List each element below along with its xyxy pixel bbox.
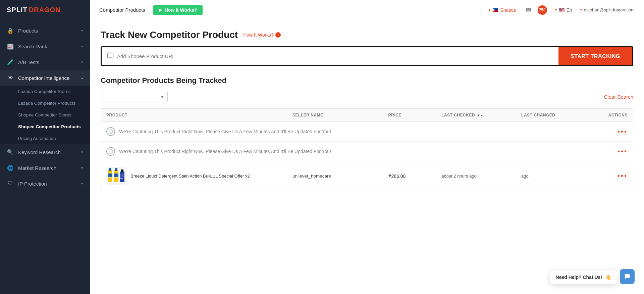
sidebar-item-label: A/B Tests — [18, 59, 77, 65]
platform-flag: 🇵🇭 — [492, 7, 498, 13]
clear-search-button[interactable]: Clear Search — [604, 94, 633, 100]
chat-emoji: 👋 — [605, 275, 611, 280]
price-cell: ₱286.00 — [383, 161, 436, 191]
last-changed-cell: ago — [516, 161, 580, 191]
pending-message: We're Capturing This Product Right Now. … — [119, 149, 331, 154]
caret-icon: ▾ — [489, 8, 490, 12]
sidebar-item-shopee-competitor-stores[interactable]: Shopee Competitor Stores — [0, 109, 90, 121]
sidebar-item-lazada-competitor-stores[interactable]: Lazada Competitor Stores — [0, 86, 90, 97]
sidebar-item-keyword-research[interactable]: 🔍 Keyword Research ▾ — [0, 144, 90, 160]
sidebar-item-ab-tests[interactable]: 🧪 A/B Tests ▾ — [0, 54, 90, 70]
sidebar-nav: 🔒 Products ▾ 📈 Search Rank ▾ 🧪 A/B Tests… — [0, 20, 90, 294]
sidebar: SPLIT DRAGON 🔒 Products ▾ 📈 Search Rank … — [0, 0, 90, 294]
sidebar-item-label: Market Research — [18, 165, 77, 171]
notification-badge[interactable]: 750 — [538, 5, 547, 15]
product-cell: BRZ BRZ — [101, 161, 287, 191]
platform-label: Shopee — [500, 7, 516, 13]
product-filter-select[interactable] — [101, 91, 168, 102]
language-label: En — [567, 7, 572, 13]
sort-arrow-icon: ▾ ▸ — [478, 113, 482, 117]
pending-message: We're Capturing This Product Right Now. … — [119, 129, 331, 134]
svg-text:BRZ: BRZ — [114, 177, 118, 179]
clock-icon: 🕐 — [106, 147, 115, 156]
lock-icon: 🔒 — [7, 28, 14, 34]
col-seller: SELLER NAME — [287, 109, 383, 122]
sidebar-item-market-research[interactable]: 🌐 Market Research ▾ — [0, 160, 90, 176]
sidebar-item-ip-protection[interactable]: 🛡 IP Protection ▾ — [0, 176, 90, 191]
competitor-intelligence-submenu: Lazada Competitor Stores Lazada Competit… — [0, 86, 90, 144]
caret-icon: ▾ — [555, 8, 557, 12]
how-it-works-topbar-label: How It Works? — [165, 7, 197, 13]
svg-text:BRZ: BRZ — [120, 178, 123, 179]
page-title-row: Track New Competitor Product How It Work… — [101, 30, 633, 40]
svg-rect-13 — [120, 174, 124, 177]
sidebar-item-shopee-competitor-products[interactable]: Shopee Competitor Products — [0, 121, 90, 133]
logo: SPLIT DRAGON — [0, 0, 90, 20]
platform-selector[interactable]: ▾ 🇵🇭 Shopee — [489, 7, 516, 13]
info-icon: i — [275, 32, 281, 38]
chevron-up-icon: ▴ — [81, 76, 83, 80]
chat-bubble-button[interactable] — [620, 269, 635, 284]
last-checked: about 2 hours ago — [441, 174, 477, 179]
svg-rect-12 — [121, 169, 123, 172]
main-content: Competitor Products ▶ How It Works? ▾ 🇵🇭… — [90, 0, 644, 294]
user-email: esteban@splitdragon.com — [584, 7, 635, 12]
lang-flag: 🇺🇸 — [559, 7, 565, 13]
mail-icon[interactable]: ✉ — [526, 6, 531, 14]
col-product: PRODUCT — [101, 109, 287, 122]
row-actions-button[interactable]: ••• — [618, 148, 628, 155]
url-input-row: START TRACKING — [101, 46, 633, 66]
product-name: Breeze Liquid Detergent Stain Action Bul… — [130, 174, 250, 179]
col-actions: ACTIONS — [580, 109, 633, 122]
page-title: Track New Competitor Product — [101, 30, 238, 40]
how-it-works-link[interactable]: How It Works? i — [243, 32, 281, 38]
pending-actions-cell: ••• — [580, 142, 633, 161]
sidebar-item-products[interactable]: 🔒 Products ▾ — [0, 23, 90, 39]
user-menu[interactable]: ▾ esteban@splitdragon.com — [580, 7, 635, 12]
table-header-row: PRODUCT SELLER NAME PRICE LAST CHECKED ▾… — [101, 109, 633, 122]
chevron-down-icon: ▾ — [81, 44, 83, 49]
product-image: BRZ BRZ — [106, 167, 126, 185]
row-actions-button[interactable]: ••• — [618, 172, 628, 180]
chevron-down-icon: ▾ — [81, 60, 83, 64]
sidebar-item-label: Products — [18, 28, 77, 34]
price: ₱286.00 — [388, 174, 406, 179]
caret-icon: ▾ — [580, 8, 582, 12]
how-it-works-topbar-button[interactable]: ▶ How It Works? — [153, 5, 203, 15]
link-icon — [107, 52, 114, 60]
logo-split: SPLIT — [7, 6, 28, 14]
clock-icon: 🕐 — [106, 127, 115, 136]
sidebar-item-label: IP Protection — [18, 181, 77, 187]
actions-cell: ••• — [580, 161, 633, 191]
table-row: 🕐 We're Capturing This Product Right Now… — [101, 142, 633, 161]
last-checked-cell: about 2 hours ago — [436, 161, 516, 191]
page-content: Track New Competitor Product How It Work… — [90, 20, 644, 294]
chevron-down-icon: ▾ — [81, 29, 83, 33]
language-selector[interactable]: ▾ 🇺🇸 En — [555, 7, 572, 13]
search-icon: 🔍 — [7, 149, 14, 155]
shield-icon: 🛡 — [7, 181, 14, 187]
chevron-down-icon: ▾ — [81, 166, 83, 170]
sidebar-item-lazada-competitor-products[interactable]: Lazada Competitor Products — [0, 97, 90, 109]
filter-row: Clear Search — [101, 91, 633, 102]
play-icon: ▶ — [159, 7, 162, 12]
sidebar-item-competitor-intelligence[interactable]: 👁 Competitor Intelligence ▴ — [0, 70, 90, 86]
chat-widget: Need Help? Chat Us! 👋 — [550, 271, 617, 284]
globe-icon: 🌐 — [7, 165, 14, 171]
start-tracking-button[interactable]: START TRACKING — [558, 47, 632, 65]
row-actions-button[interactable]: ••• — [618, 128, 628, 136]
shopee-url-input[interactable] — [117, 47, 553, 65]
breadcrumb: Competitor Products — [99, 7, 145, 13]
last-changed: ago — [521, 174, 529, 179]
notification-count: 750 — [539, 8, 546, 12]
seller-name: unilever_homecare — [292, 174, 331, 179]
pending-message-cell: 🕐 We're Capturing This Product Right Now… — [101, 122, 580, 142]
chart-icon: 📈 — [7, 43, 14, 50]
chat-label: Need Help? Chat Us! — [556, 275, 602, 280]
eye-icon: 👁 — [7, 75, 14, 81]
pending-message-cell: 🕐 We're Capturing This Product Right Now… — [101, 142, 580, 161]
sidebar-item-pricing-automation[interactable]: Pricing Automation — [0, 133, 90, 144]
sidebar-item-search-rank[interactable]: 📈 Search Rank ▾ — [0, 39, 90, 54]
section-title: Competitor Products Being Tracked — [101, 76, 633, 85]
col-last-checked[interactable]: LAST CHECKED ▾ ▸ — [436, 109, 516, 122]
